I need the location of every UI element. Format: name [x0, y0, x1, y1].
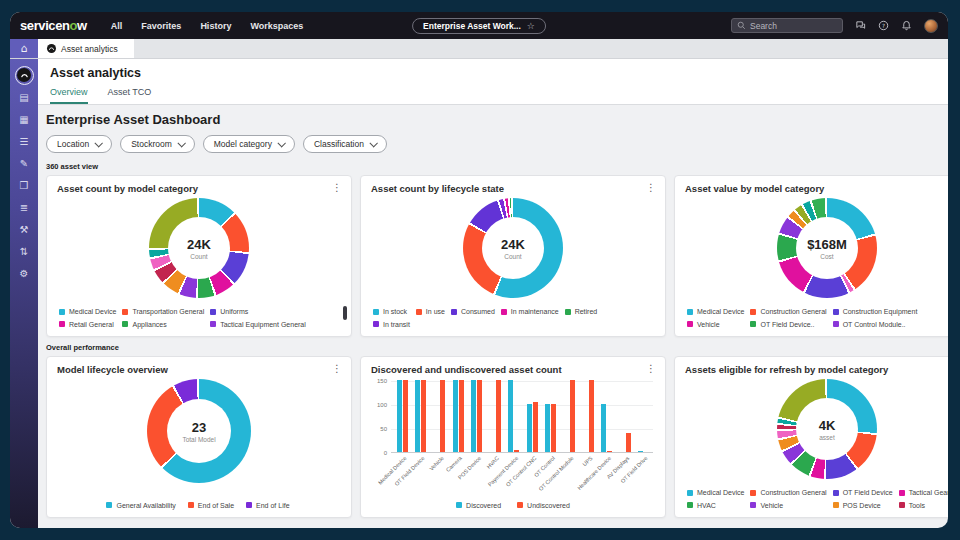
legend-item-undiscovered[interactable]: Undiscovered: [517, 502, 570, 510]
bar-undiscovered[interactable]: [533, 402, 538, 452]
legend-item-tactical-gear[interactable]: Tactical Gear: [899, 489, 948, 497]
bar-discovered[interactable]: [638, 451, 643, 453]
legend-item-ot-field-device-[interactable]: OT Field Device..: [750, 321, 826, 329]
bar-undiscovered[interactable]: [421, 380, 426, 452]
legend-item-ot-control-module-[interactable]: OT Control Module..: [833, 321, 918, 329]
bar-discovered[interactable]: [415, 380, 420, 452]
nav-item-workspaces[interactable]: Workspaces: [250, 21, 303, 31]
chat-icon[interactable]: [855, 20, 866, 31]
filter-stockroom[interactable]: Stockroom: [120, 135, 195, 153]
legend-item-vehicle[interactable]: Vehicle: [750, 502, 826, 510]
donut-chart[interactable]: 24KCount: [463, 198, 563, 298]
filter-classification[interactable]: Classification: [303, 135, 387, 153]
donut-chart[interactable]: 4Kasset: [777, 379, 877, 479]
donut-chart[interactable]: 23Total Model: [147, 379, 251, 483]
bar-group-ups[interactable]: UPS: [579, 381, 598, 452]
bar-group-pos-device[interactable]: POS Device: [467, 381, 486, 452]
kebab-menu-icon[interactable]: ⋮: [646, 363, 656, 374]
donut-chart[interactable]: $168MCost: [777, 198, 877, 298]
bar-undiscovered[interactable]: [607, 451, 612, 453]
legend-item-appliances[interactable]: Appliances: [122, 321, 204, 329]
sidebar-item-tasks-icon[interactable]: ▦: [13, 108, 35, 130]
bar-group-ot-control[interactable]: OT Control: [542, 381, 561, 452]
bar-group-healthcare-device[interactable]: Healthcare Device: [597, 381, 616, 452]
legend-item-tools[interactable]: Tools: [899, 502, 948, 510]
bar-discovered[interactable]: [397, 380, 402, 452]
nav-item-favorites[interactable]: Favorites: [141, 21, 181, 31]
sidebar-item-compose-icon[interactable]: ✎: [13, 152, 35, 174]
legend-item-medical-device[interactable]: Medical Device: [59, 308, 116, 316]
bar-undiscovered[interactable]: [477, 380, 482, 452]
legend-item-end-of-life[interactable]: End of Life: [246, 502, 289, 510]
legend-item-hvac[interactable]: HVAC: [687, 502, 744, 510]
filter-location[interactable]: Location: [46, 135, 112, 153]
workspace-switcher-pill[interactable]: Enterprise Asset Work... ☆: [412, 18, 546, 34]
kebab-menu-icon[interactable]: ⋮: [332, 363, 342, 374]
legend-item-consumed[interactable]: Consumed: [451, 308, 495, 316]
legend-item-general-availability[interactable]: General Availability: [106, 502, 175, 510]
favorite-star-icon[interactable]: ☆: [527, 21, 535, 31]
sidebar-item-forms-icon[interactable]: ▤: [13, 86, 35, 108]
legend-item-medical-device[interactable]: Medical Device: [687, 308, 744, 316]
legend-item-retail-general[interactable]: Retail General: [59, 321, 116, 329]
bar-group-camera[interactable]: Camera: [449, 381, 468, 452]
global-search-input[interactable]: Search: [731, 18, 843, 33]
page-tab-overview[interactable]: Overview: [50, 87, 88, 104]
bar-discovered[interactable]: [527, 404, 532, 452]
legend-item-in-use[interactable]: In use: [416, 308, 445, 316]
bar-group-ot-control-module[interactable]: OT Control Module: [560, 381, 579, 452]
legend-item-in-maintenance[interactable]: In maintenance: [501, 308, 559, 316]
bar-undiscovered[interactable]: [496, 380, 501, 452]
bar-group-payment-device[interactable]: Payment Device: [504, 381, 523, 452]
user-avatar[interactable]: [924, 19, 938, 33]
legend-item-medical-device[interactable]: Medical Device: [687, 489, 744, 497]
sidebar-item-transfers-icon[interactable]: ⇅: [13, 240, 35, 262]
sidebar-item-tools-icon[interactable]: ⚒: [13, 218, 35, 240]
bar-group-ot-field-drive[interactable]: OT Field Drive: [635, 381, 654, 452]
legend-item-transportation-general[interactable]: Transportation General: [122, 308, 204, 316]
legend-item-construction-equipment[interactable]: Construction Equipment: [833, 308, 918, 316]
notifications-bell-icon[interactable]: [901, 20, 912, 31]
sidebar-item-asset-analytics-app[interactable]: [13, 64, 35, 86]
donut-chart[interactable]: 24KCount: [149, 198, 249, 298]
bar-undiscovered[interactable]: [514, 450, 519, 452]
kebab-menu-icon[interactable]: ⋮: [646, 182, 656, 193]
legend-item-end-of-sale[interactable]: End of Sale: [188, 502, 234, 510]
legend-item-in-transit[interactable]: In transit: [373, 321, 410, 329]
legend-item-discovered[interactable]: Discovered: [456, 502, 501, 510]
legend-item-in-stock[interactable]: In stock: [373, 308, 410, 316]
bar-discovered[interactable]: [601, 404, 606, 452]
bar-group-medical-device[interactable]: Medical Device: [393, 381, 412, 452]
bar-discovered[interactable]: [508, 380, 513, 452]
bar-group-av-displays[interactable]: AV Displays: [616, 381, 635, 452]
bar-group-vehicle[interactable]: Vehicle: [430, 381, 449, 452]
bar-undiscovered[interactable]: [440, 380, 445, 452]
home-icon[interactable]: ⌂: [10, 39, 38, 58]
legend-scrollbar[interactable]: [343, 306, 347, 320]
legend-item-tactical-equipment-general[interactable]: Tactical Equipment General: [210, 321, 306, 329]
legend-item-ot-field-device[interactable]: OT Field Device: [833, 489, 893, 497]
legend-item-pos-device[interactable]: POS Device: [833, 502, 893, 510]
bar-undiscovered[interactable]: [459, 380, 464, 452]
legend-item-construction-general[interactable]: Construction General: [750, 308, 826, 316]
bar-discovered[interactable]: [545, 404, 550, 452]
kebab-menu-icon[interactable]: ⋮: [332, 182, 342, 193]
bar-undiscovered[interactable]: [403, 380, 408, 452]
sidebar-item-knowledge-icon[interactable]: ❒: [13, 174, 35, 196]
filter-model-category[interactable]: Model category: [203, 135, 295, 153]
sidebar-item-lists-icon[interactable]: ≣: [13, 196, 35, 218]
bar-undiscovered[interactable]: [589, 380, 594, 452]
legend-item-uniforms[interactable]: Uniforms: [210, 308, 306, 316]
legend-item-retired[interactable]: Retired: [565, 308, 598, 316]
bar-group-ot-control-cnc[interactable]: OT Control CNC: [523, 381, 542, 452]
tab-asset-analytics[interactable]: Asset analytics: [38, 39, 134, 58]
bar-undiscovered[interactable]: [551, 404, 556, 452]
bar-undiscovered[interactable]: [570, 380, 575, 452]
page-tab-asset-tco[interactable]: Asset TCO: [108, 87, 152, 104]
bar-group-ot-field-device[interactable]: OT Field Device: [412, 381, 431, 452]
bar-discovered[interactable]: [471, 380, 476, 452]
bar-undiscovered[interactable]: [626, 433, 631, 452]
help-icon[interactable]: ?: [878, 20, 889, 31]
bar-discovered[interactable]: [453, 380, 458, 452]
bar-group-hvac[interactable]: HVAC: [486, 381, 505, 452]
